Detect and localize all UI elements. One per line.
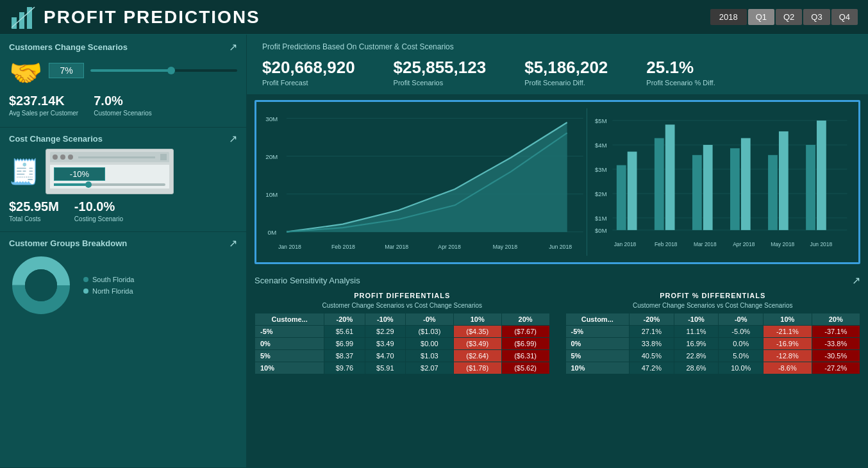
window-close-btn bbox=[53, 155, 58, 160]
cell: $6.99 bbox=[324, 338, 365, 350]
cell: ($1.03) bbox=[405, 326, 453, 338]
page-title: PROFIT PREDICTIONS bbox=[44, 7, 710, 28]
cell-dark-red: -30.5% bbox=[812, 350, 860, 362]
col-header-10: 10% bbox=[453, 313, 501, 326]
cell-dark-red: ($6.99) bbox=[501, 338, 549, 350]
cell: 27.1% bbox=[630, 326, 674, 338]
cost-slider-track[interactable] bbox=[54, 183, 165, 186]
svg-rect-44 bbox=[806, 145, 815, 230]
svg-text:$4M: $4M bbox=[595, 142, 607, 149]
cost-slider-value[interactable]: -10% bbox=[54, 167, 105, 181]
south-florida-dot bbox=[83, 277, 88, 282]
metrics-row: $20,668,920 Profit Forecast $25,855,123 … bbox=[262, 58, 853, 87]
cell-red: -21.1% bbox=[764, 326, 812, 338]
groups-section-title: Customer Groups Breakdown bbox=[9, 238, 127, 248]
groups-section-header: Customer Groups Breakdown ↗ bbox=[9, 237, 237, 249]
cell-dark-red: ($6.31) bbox=[501, 350, 549, 362]
profit-scenario-diff-value: $5,186,202 bbox=[524, 58, 608, 78]
cell: $3.49 bbox=[365, 338, 405, 350]
row-label: 0% bbox=[565, 338, 630, 350]
cell-dark-red: ($5.62) bbox=[501, 362, 549, 374]
costing-scenario-stat: -10.0% Costing Scenario bbox=[74, 199, 123, 222]
cell: 47.2% bbox=[630, 362, 674, 374]
svg-rect-42 bbox=[768, 155, 778, 230]
svg-text:$3M: $3M bbox=[595, 166, 607, 173]
total-costs-value: $25.95M bbox=[9, 199, 59, 214]
total-costs-stat: $25.95M Total Costs bbox=[9, 199, 59, 222]
cell: $9.76 bbox=[324, 362, 365, 374]
svg-text:May 2018: May 2018 bbox=[771, 241, 795, 247]
cell: $5.61 bbox=[324, 326, 365, 338]
svg-text:$0M: $0M bbox=[595, 227, 607, 234]
customer-trend-icon: ↗ bbox=[229, 41, 237, 53]
profit-forecast-metric: $20,668,920 Profit Forecast bbox=[262, 58, 355, 87]
cost-section-title: Cost Change Scenarios bbox=[9, 134, 103, 144]
avg-sales-value: $237.14K bbox=[9, 94, 78, 108]
cell: 0.0% bbox=[719, 338, 764, 350]
customer-scenarios-section: Customers Change Scenarios ↗ 🤝 7% bbox=[0, 35, 246, 128]
sensitivity-section: Scenario Sensitivity Analysis ↗ PROFIT D… bbox=[247, 269, 868, 468]
q4-button[interactable]: Q4 bbox=[831, 9, 858, 25]
customer-stats: $237.14K Avg Sales per Customer 7.0% Cus… bbox=[9, 91, 237, 119]
q2-button[interactable]: Q2 bbox=[776, 9, 802, 25]
year-button[interactable]: 2018 bbox=[710, 9, 747, 25]
cell: $2.29 bbox=[365, 326, 405, 338]
pct-col-header-0: Custom... bbox=[565, 313, 630, 326]
cell: $4.70 bbox=[365, 350, 405, 362]
window-content: -10% bbox=[50, 165, 169, 188]
cost-section-header: Cost Change Scenarios ↗ bbox=[9, 133, 237, 145]
q3-button[interactable]: Q3 bbox=[803, 9, 830, 25]
svg-text:Mar 2018: Mar 2018 bbox=[694, 241, 717, 247]
window-max-btn bbox=[68, 155, 73, 160]
svg-text:30M: 30M bbox=[265, 115, 278, 122]
metrics-bar: Profit Predictions Based On Customer & C… bbox=[247, 35, 868, 95]
svg-text:10M: 10M bbox=[265, 191, 278, 198]
cell-red: -8.6% bbox=[764, 362, 812, 374]
cell: -5.0% bbox=[719, 326, 764, 338]
cell: $8.37 bbox=[324, 350, 365, 362]
cell: 22.8% bbox=[674, 350, 719, 362]
customer-slider-value[interactable]: 7% bbox=[49, 63, 84, 78]
svg-rect-37 bbox=[665, 124, 675, 230]
table-row: 0% 33.8% 16.9% 0.0% -16.9% -33.8% bbox=[565, 338, 860, 350]
col-header-0: Custome... bbox=[255, 313, 324, 326]
sensitivity-title: Scenario Sensitivity Analysis bbox=[255, 276, 360, 285]
cell-red: -12.8% bbox=[764, 350, 812, 362]
cell: $2.07 bbox=[405, 362, 453, 374]
profit-pct-diff-subtitle: Customer Change Scenarios vs Cost Change… bbox=[565, 302, 861, 309]
profit-diff-table: Custome... -20% -10% -0% 10% 20% -5% bbox=[255, 313, 550, 374]
profit-diff-header-row: Custome... -20% -10% -0% 10% 20% bbox=[255, 313, 550, 326]
row-label: 5% bbox=[255, 350, 324, 362]
svg-rect-39 bbox=[703, 145, 713, 230]
cell: 10.0% bbox=[719, 362, 764, 374]
customer-slider-track[interactable] bbox=[90, 69, 237, 72]
profit-scenario-pct-diff-metric: 25.1% Profit Scenario % Diff. bbox=[646, 58, 715, 87]
cell-red: ($2.64) bbox=[453, 350, 501, 362]
charts-area: 30M 20M 10M 0M Ja bbox=[255, 100, 860, 264]
donut-labels: South Florida North Florida bbox=[83, 276, 134, 295]
donut-chart bbox=[9, 253, 73, 317]
svg-rect-35 bbox=[628, 152, 637, 230]
customer-groups-section: Customer Groups Breakdown ↗ South Florid… bbox=[0, 232, 246, 468]
profit-scenarios-metric: $25,855,123 Profit Scenarios bbox=[394, 58, 487, 87]
q1-button[interactable]: Q1 bbox=[748, 9, 774, 25]
svg-rect-40 bbox=[730, 148, 740, 230]
cell-red: ($4.35) bbox=[453, 326, 501, 338]
pct-col-header-neg20: -20% bbox=[630, 313, 674, 326]
profit-diff-title: PROFIT DIFFERENTIALS bbox=[255, 292, 550, 299]
tables-row: PROFIT DIFFERENTIALS Customer Change Sce… bbox=[255, 292, 860, 374]
cell-dark-red: -33.8% bbox=[812, 338, 860, 350]
bar-chart: $5M $4M $3M $2M $1M $0M bbox=[587, 108, 851, 256]
svg-text:Jan 2018: Jan 2018 bbox=[278, 244, 301, 250]
south-florida-label: South Florida bbox=[83, 276, 134, 283]
cell-red: -16.9% bbox=[764, 338, 812, 350]
customer-section-title: Customers Change Scenarios bbox=[9, 42, 128, 52]
profit-scenarios-label: Profit Scenarios bbox=[394, 79, 487, 87]
profit-pct-header-row: Custom... -20% -10% -0% 10% 20% bbox=[565, 313, 860, 326]
cell: 33.8% bbox=[630, 338, 674, 350]
profit-forecast-label: Profit Forecast bbox=[262, 79, 355, 87]
north-florida-label: North Florida bbox=[83, 287, 134, 295]
cell-dark-red: -37.1% bbox=[812, 326, 860, 338]
costing-scenario-label: Costing Scenario bbox=[74, 215, 123, 222]
cell: 40.5% bbox=[630, 350, 674, 362]
